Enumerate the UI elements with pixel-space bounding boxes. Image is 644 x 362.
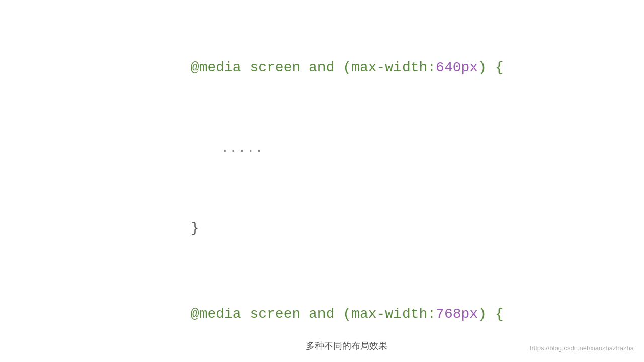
media-value-768: 768px	[436, 306, 478, 322]
code-block-640: @media screen and (max-width:640px) { ..…	[140, 30, 512, 266]
code-container: @media screen and (max-width:640px) { ..…	[140, 30, 512, 362]
media-suffix-768: ) {	[478, 306, 503, 322]
media-dots-768: .....	[140, 356, 512, 362]
media-closing-640: }	[140, 190, 512, 266]
media-value-640: 640px	[436, 60, 478, 75]
bottom-label: 多种不同的布局效果	[306, 340, 387, 352]
media-keyword-768: @media screen and (max-width:	[191, 306, 436, 322]
media-dots-640: .....	[140, 110, 512, 186]
bottom-url: https://blog.csdn.net/xiaozhazhazha	[530, 344, 634, 352]
media-keyword-640: @media screen and (max-width:	[191, 60, 436, 75]
media-suffix-640: ) {	[478, 60, 503, 75]
media-query-line-640: @media screen and (max-width:640px) {	[140, 30, 512, 106]
